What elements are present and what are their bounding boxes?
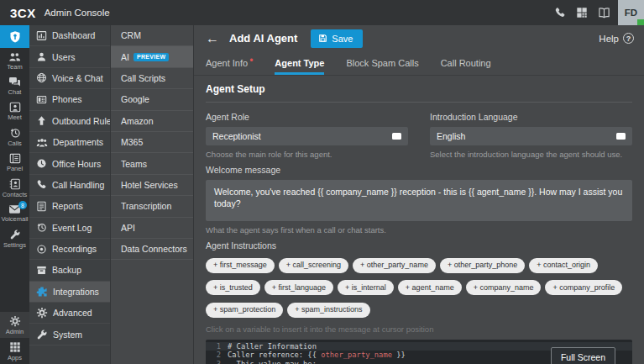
nav-item-reports[interactable]: Reports (29, 196, 110, 217)
variable-chip-spam_instructions[interactable]: + spam_instructions (287, 303, 369, 318)
variable-chip-is_trusted[interactable]: + is_trusted (206, 280, 260, 295)
subnav-item-amazon[interactable]: Amazon (111, 111, 193, 132)
presence-indicator (637, 19, 644, 25)
rail-item-admin[interactable]: Admin (0, 312, 29, 338)
subnav-item-google[interactable]: Google (111, 89, 193, 110)
form-grid: Agent Role Receptionist Choose the main … (206, 106, 632, 159)
fullscreen-button[interactable]: Full Screen (551, 347, 615, 364)
rail-item-admin-console[interactable] (0, 25, 29, 48)
variable-chip-other_party_name[interactable]: + other_party_name (353, 258, 436, 273)
nav-item-label: Users (52, 52, 75, 62)
rail-spacer (0, 251, 29, 312)
subnav-item-label: API (121, 223, 135, 233)
variable-chip-contact_origin[interactable]: + contact_origin (529, 258, 598, 273)
variable-chip-company_profile[interactable]: + company_profile (545, 280, 622, 295)
contacts-icon (9, 178, 21, 190)
nav-item-dashboard[interactable]: Dashboard (29, 25, 110, 46)
tab-agent-type[interactable]: Agent Type (275, 51, 324, 75)
calls-icon (9, 127, 21, 139)
agent-role-help: Choose the main role for this agent. (206, 150, 408, 159)
back-arrow-icon[interactable]: ← (206, 31, 219, 46)
meet-icon (9, 102, 21, 113)
handset-icon (36, 179, 47, 190)
subnav-item-hotel-services[interactable]: Hotel Services (111, 175, 193, 196)
nav-item-phones[interactable]: Phones (29, 89, 110, 110)
save-label: Save (332, 34, 353, 44)
subnav-item-label: AI (121, 52, 129, 62)
gear-icon (36, 307, 48, 319)
nav-item-advanced[interactable]: Advanced (29, 303, 110, 324)
agent-role-label: Agent Role (206, 112, 408, 122)
variable-chip-other_party_phone[interactable]: + other_party_phone (440, 258, 525, 273)
rail-item-chat[interactable]: Chat (0, 73, 29, 98)
agent-role-select[interactable]: Receptionist (206, 127, 408, 145)
subnav-item-label: Google (121, 94, 149, 104)
nav-item-users[interactable]: Users (29, 46, 110, 67)
subnav-item-crm[interactable]: CRM (111, 25, 193, 46)
rail-item-settings[interactable]: Settings (0, 225, 29, 251)
variable-chip-call_screening[interactable]: + call_screening (279, 258, 348, 273)
nav-item-system[interactable]: System (29, 324, 110, 345)
subnav-item-data-connectors[interactable]: Data Connectors (111, 239, 193, 260)
phone-icon[interactable] (549, 0, 571, 25)
variable-chip-first_language[interactable]: + first_language (264, 280, 333, 295)
code-text: Caller reference: {{ other_party_name }} (228, 351, 406, 359)
variable-chip-company_name[interactable]: + company_name (466, 280, 542, 295)
rail-item-panel[interactable]: Panel (0, 150, 29, 175)
nav-item-voice-chat[interactable]: Voice & Chat (29, 68, 110, 89)
variable-chip-first_message[interactable]: + first_message (206, 258, 275, 273)
nav-item-label: System (53, 330, 82, 340)
nav-item-event-log[interactable]: Event Log (29, 218, 110, 239)
welcome-message-label: Welcome message (206, 165, 632, 175)
tab-agent-info[interactable]: Agent Info• (206, 51, 253, 75)
rail-item-label: Contacts (3, 191, 28, 198)
icon-rail: TeamChatMeetCallsPanelContacts8Voicemail… (0, 25, 29, 364)
subnav-item-teams[interactable]: Teams (111, 153, 193, 174)
record-icon (36, 244, 47, 255)
subnav-item-api[interactable]: API (111, 218, 193, 239)
subnav-item-m365[interactable]: M365 (111, 132, 193, 153)
nav-item-departments[interactable]: Departments (29, 132, 110, 153)
tab-bar: Agent Info•Agent TypeBlock Spam CallsCal… (194, 51, 644, 76)
nav-item-outbound-rules[interactable]: Outbound Rules (29, 111, 110, 132)
nav-item-label: Dashboard (52, 30, 95, 40)
variable-chip-agent_name[interactable]: + agent_name (398, 280, 462, 295)
subnav-item-transcription[interactable]: Transcription (111, 196, 193, 217)
variable-chip-is_internal[interactable]: + is_internal (338, 280, 394, 295)
save-button[interactable]: Save (311, 29, 363, 48)
tab-call-routing[interactable]: Call Routing (441, 51, 491, 75)
subnav-item-ai[interactable]: AIPREVIEW (111, 46, 193, 67)
subnav-item-label: Data Connectors (121, 244, 187, 254)
nav-item-call-handling[interactable]: Call Handling (29, 175, 110, 196)
nav-item-label: Recordings (52, 244, 97, 254)
help-link[interactable]: Help ? (599, 33, 634, 44)
nav-item-office-hours[interactable]: Office Hours (29, 153, 110, 174)
welcome-message-input[interactable]: Welcome, you've reached {{ company_name … (206, 180, 632, 221)
line-number: 1 (206, 342, 228, 351)
rail-item-contacts[interactable]: Contacts (0, 175, 29, 201)
nav-item-integrations[interactable]: Integrations (29, 282, 110, 303)
code-text: - This value may be: (228, 360, 317, 364)
rail-item-label: Apps (8, 354, 22, 361)
subnav-item-label: CRM (121, 30, 141, 40)
rail-item-voicemail[interactable]: 8Voicemail (0, 201, 29, 225)
qr-code-icon[interactable] (571, 0, 593, 25)
book-icon[interactable] (593, 0, 615, 25)
rail-item-calls[interactable]: Calls (0, 124, 29, 150)
subnav-item-label: M365 (121, 137, 143, 147)
instructions-code-editor[interactable]: Full Screen 1# Caller Information2Caller… (206, 340, 632, 364)
rail-item-meet[interactable]: Meet (0, 98, 29, 124)
variable-chip-spam_protection[interactable]: + spam_protection (206, 303, 283, 318)
nav-item-recordings[interactable]: Recordings (29, 239, 110, 260)
page-title: Add AI Agent (229, 32, 297, 45)
subnav-item-call-scripts[interactable]: Call Scripts (111, 68, 193, 89)
nav-item-label: Integrations (53, 287, 99, 297)
rail-item-apps[interactable]: Apps (0, 338, 29, 364)
tab-block-spam-calls[interactable]: Block Spam Calls (346, 51, 418, 75)
notification-badge: 8 (18, 201, 27, 209)
tab-label: Agent Info (206, 58, 248, 68)
intro-language-select[interactable]: English (430, 127, 632, 145)
avatar[interactable]: FD (618, 0, 644, 25)
rail-item-team[interactable]: Team (0, 48, 29, 73)
nav-item-backup[interactable]: Backup (29, 260, 110, 281)
